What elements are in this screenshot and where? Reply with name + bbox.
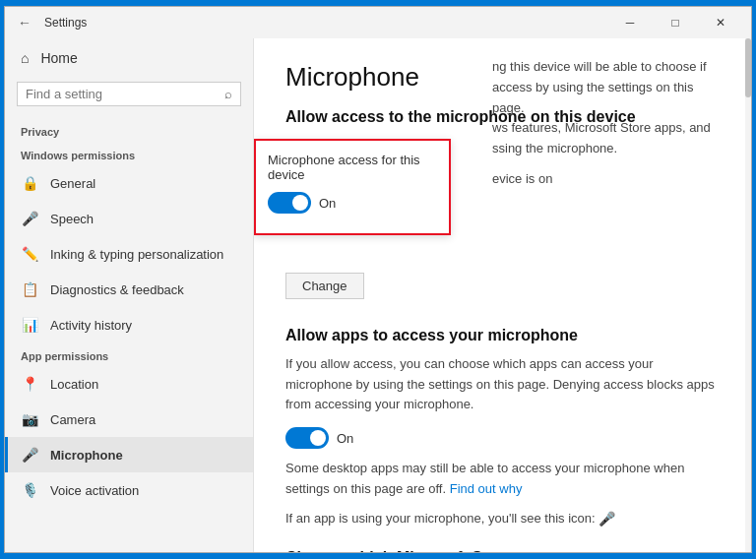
section2-note2: If an app is using your microphone, you'… (285, 508, 720, 529)
change-btn-area: Change (285, 269, 720, 311)
sidebar-item-label: Inking & typing personalization (50, 247, 223, 262)
sidebar-item-voice[interactable]: 🎙️ Voice activation (5, 472, 253, 508)
inking-icon: ✏️ (21, 246, 38, 262)
sidebar-item-label: Location (50, 377, 98, 392)
scrollbar-thumb[interactable] (745, 38, 751, 97)
voice-icon: 🎙️ (21, 482, 38, 498)
home-icon: ⌂ (21, 50, 29, 66)
microphone-icon: 🎤 (21, 447, 38, 463)
location-icon: 📍 (21, 376, 38, 392)
find-out-why-link[interactable]: Find out why (450, 481, 523, 496)
sidebar-item-label: Camera (50, 412, 95, 427)
minimize-button[interactable]: ─ (607, 7, 653, 38)
diagnostics-icon: 📋 (21, 281, 38, 297)
change-button[interactable]: Change (285, 273, 364, 299)
speech-icon: 🎤 (21, 211, 38, 226)
section2-note1: Some desktop apps may still be able to a… (285, 459, 720, 500)
apps-toggle-label: On (337, 431, 353, 446)
device-toggle-label: On (319, 196, 336, 211)
sidebar-item-inking[interactable]: ✏️ Inking & typing personalization (5, 236, 253, 272)
home-label: Home (40, 50, 77, 66)
lock-icon: 🔒 (21, 175, 38, 191)
privacy-label: Privacy (5, 118, 253, 142)
note2-text: If an app is using your microphone, you'… (285, 510, 596, 525)
section1-status: evice is on (492, 169, 720, 190)
sidebar-item-location[interactable]: 📍 Location (5, 366, 253, 402)
sidebar: ⌂ Home ⌕ Privacy Windows permissions 🔒 G… (5, 38, 254, 552)
section3-title: Choose which Microsoft Store apps can ac… (285, 549, 720, 552)
sidebar-item-label: Voice activation (50, 483, 139, 498)
titlebar: ← Settings ─ □ ✕ (5, 7, 751, 38)
section3-area: Choose which Microsoft Store apps can ac… (285, 549, 720, 552)
sidebar-item-label: Microphone (50, 448, 123, 463)
close-button[interactable]: ✕ (698, 7, 743, 38)
toggle-row-apps: On (285, 427, 720, 449)
scrollbar-track[interactable] (745, 38, 751, 552)
sidebar-item-label: Activity history (50, 318, 132, 333)
activity-icon: 📊 (21, 317, 38, 333)
sidebar-item-diagnostics[interactable]: 📋 Diagnostics & feedback (5, 272, 253, 307)
search-input[interactable] (26, 87, 224, 101)
sidebar-item-label: Speech (50, 212, 94, 226)
section2-desc: If you allow access, you can choose whic… (285, 354, 720, 415)
toggle-row-device: On (268, 192, 437, 214)
search-box[interactable]: ⌕ (17, 82, 241, 106)
windows-permissions-label: Windows permissions (5, 142, 253, 165)
settings-window: ← Settings ─ □ ✕ ⌂ Home ⌕ Privacy Window… (4, 6, 752, 553)
camera-icon: 📷 (21, 411, 38, 427)
mic-icon-inline: 🎤 (598, 508, 615, 529)
sidebar-item-general[interactable]: 🔒 General (5, 165, 253, 201)
section2-area: Allow apps to access your microphone If … (285, 327, 720, 529)
titlebar-left: ← Settings (13, 11, 87, 34)
search-icon[interactable]: ⌕ (224, 87, 232, 101)
content-area: ⌂ Home ⌕ Privacy Windows permissions 🔒 G… (5, 38, 751, 552)
popup-box: Microphone access for this device On (254, 139, 451, 235)
sidebar-item-label: General (50, 176, 95, 191)
sidebar-item-camera[interactable]: 📷 Camera (5, 402, 253, 437)
sidebar-item-home[interactable]: ⌂ Home (5, 38, 253, 78)
popup-label: Microphone access for this device (268, 153, 437, 182)
device-toggle[interactable] (268, 192, 311, 214)
main-content: Microphone Allow access to the microphon… (254, 38, 751, 552)
back-button[interactable]: ← (13, 11, 36, 34)
section2-title: Allow apps to access your microphone (285, 327, 720, 344)
titlebar-controls: ─ □ ✕ (607, 7, 743, 38)
apps-toggle[interactable] (285, 427, 329, 449)
sidebar-item-speech[interactable]: 🎤 Speech (5, 201, 253, 236)
sidebar-item-activity[interactable]: 📊 Activity history (5, 307, 253, 342)
section1-desc-area: ng this device will be able to choose if… (492, 57, 720, 190)
window-title: Settings (44, 16, 87, 30)
app-permissions-label: App permissions (5, 342, 253, 366)
sidebar-item-label: Diagnostics & feedback (50, 282, 184, 297)
maximize-button[interactable]: □ (653, 7, 698, 38)
sidebar-item-microphone[interactable]: 🎤 Microphone (5, 437, 253, 472)
